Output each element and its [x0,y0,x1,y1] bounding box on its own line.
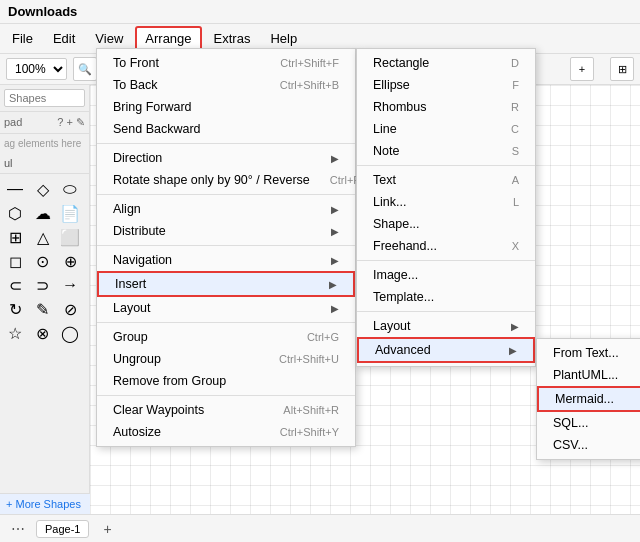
panel-hint: ag elements here [0,134,89,153]
insert-menu-list: Rectangle D Ellipse F Rhombus R Line C N… [357,49,535,366]
grid-icon: ⊞ [618,63,627,76]
shape-cell[interactable]: ◇ [32,178,54,200]
arrange-autosize[interactable]: Autosize Ctrl+Shift+Y [97,421,355,443]
section-label: ul [0,153,89,174]
insert-note[interactable]: Note S [357,140,535,162]
insert-shape[interactable]: Shape... [357,213,535,235]
shape-cell[interactable]: ⊞ [4,226,26,248]
app-title: Downloads [8,4,77,19]
pad-label: pad [4,116,22,128]
arrange-align[interactable]: Align ▶ [97,198,355,220]
shape-cell[interactable]: ✎ [32,298,54,320]
advanced-csv[interactable]: CSV... [537,434,640,456]
shape-cell[interactable]: ⬭ [59,178,81,200]
separator [97,245,355,246]
advanced-mermaid[interactable]: Mermaid... [537,386,640,412]
separator [97,143,355,144]
panel-options[interactable]: ? + ✎ [57,116,85,129]
arrange-group[interactable]: Group Ctrl+G [97,326,355,348]
insert-ellipse[interactable]: Ellipse F [357,74,535,96]
advanced-from-text[interactable]: From Text... [537,342,640,364]
advanced-menu-list: From Text... PlantUML... Mermaid... SQL.… [537,339,640,459]
menu-help[interactable]: Help [262,28,305,49]
insert-template[interactable]: Template... [357,286,535,308]
advanced-sql[interactable]: SQL... [537,412,640,434]
add-button[interactable]: + [570,57,594,81]
menu-extras[interactable]: Extras [206,28,259,49]
separator [97,395,355,396]
shapes-search-container [0,85,89,112]
shape-grid: — ◇ ⬭ ⬡ ☁ 📄 ⊞ △ ⬜ ◻ ⊙ ⊕ ⊂ ⊃ → ↻ ✎ ⊘ ☆ ⊗ … [0,174,89,348]
shape-cell[interactable]: △ [32,226,54,248]
advanced-plantuml[interactable]: PlantUML... [537,364,640,386]
arrange-insert[interactable]: Insert ▶ [97,271,355,297]
arrange-to-back[interactable]: To Back Ctrl+Shift+B [97,74,355,96]
arrange-to-front[interactable]: To Front Ctrl+Shift+F [97,52,355,74]
zoom-button[interactable]: 🔍 [73,57,97,81]
insert-image[interactable]: Image... [357,264,535,286]
insert-submenu: Rectangle D Ellipse F Rhombus R Line C N… [356,48,536,367]
arrange-send-backward[interactable]: Send Backward [97,118,355,140]
zoom-select[interactable]: 100% [6,58,67,80]
arrange-distribute[interactable]: Distribute ▶ [97,220,355,242]
arrange-menu: To Front Ctrl+Shift+F To Back Ctrl+Shift… [96,48,356,447]
arrange-rotate[interactable]: Rotate shape only by 90° / Reverse Ctrl+… [97,169,355,191]
separator [97,194,355,195]
shape-cell[interactable]: ⊃ [32,274,54,296]
shape-cell[interactable]: → [59,274,81,296]
insert-text[interactable]: Text A [357,169,535,191]
separator [97,322,355,323]
shape-cell[interactable]: ◯ [59,322,81,344]
menu-edit[interactable]: Edit [45,28,83,49]
shape-cell[interactable]: ⬜ [59,226,81,248]
arrange-remove-from-group[interactable]: Remove from Group [97,370,355,392]
grid-button[interactable]: ⊞ [610,57,634,81]
arrange-bring-forward[interactable]: Bring Forward [97,96,355,118]
insert-layout[interactable]: Layout ▶ [357,315,535,337]
insert-rhombus[interactable]: Rhombus R [357,96,535,118]
shape-cell[interactable]: ⊙ [32,250,54,272]
more-shapes-button[interactable]: + More Shapes [0,493,90,514]
shape-cell[interactable]: ⬡ [4,202,26,224]
menu-view[interactable]: View [87,28,131,49]
menu-file[interactable]: File [4,28,41,49]
shape-cell[interactable]: 📄 [59,202,81,224]
arrange-navigation[interactable]: Navigation ▶ [97,249,355,271]
arrange-layout[interactable]: Layout ▶ [97,297,355,319]
shape-cell[interactable]: ◻ [4,250,26,272]
zoom-icon: 🔍 [78,63,92,76]
add-page-button[interactable]: + [97,519,117,539]
panel-section: pad ? + ✎ [0,112,89,134]
shapes-search-input[interactable] [4,89,85,107]
arrange-clear-waypoints[interactable]: Clear Waypoints Alt+Shift+R [97,399,355,421]
insert-advanced[interactable]: Advanced ▶ [357,337,535,363]
left-panel: pad ? + ✎ ag elements here ul — ◇ ⬭ ⬡ ☁ … [0,85,90,521]
shape-cell[interactable]: ↻ [4,298,26,320]
bottom-bar: ⋯ Page-1 + [0,514,640,542]
separator [357,311,535,312]
insert-link[interactable]: Link... L [357,191,535,213]
title-bar: Downloads [0,0,640,24]
separator [357,165,535,166]
shape-cell[interactable]: ☁ [32,202,54,224]
arrange-menu-list: To Front Ctrl+Shift+F To Back Ctrl+Shift… [97,49,355,446]
shape-cell[interactable]: — [4,178,26,200]
arrange-direction[interactable]: Direction ▶ [97,147,355,169]
arrange-ungroup[interactable]: Ungroup Ctrl+Shift+U [97,348,355,370]
shape-cell[interactable]: ⊘ [59,298,81,320]
advanced-submenu: From Text... PlantUML... Mermaid... SQL.… [536,338,640,460]
insert-freehand[interactable]: Freehand... X [357,235,535,257]
shape-cell[interactable]: ⊂ [4,274,26,296]
shape-cell[interactable]: ☆ [4,322,26,344]
insert-rectangle[interactable]: Rectangle D [357,52,535,74]
add-icon: + [579,63,585,75]
insert-line[interactable]: Line C [357,118,535,140]
separator [357,260,535,261]
pages-icon[interactable]: ⋯ [8,519,28,539]
shape-cell[interactable]: ⊗ [32,322,54,344]
shape-cell[interactable]: ⊕ [59,250,81,272]
page-tab[interactable]: Page-1 [36,520,89,538]
